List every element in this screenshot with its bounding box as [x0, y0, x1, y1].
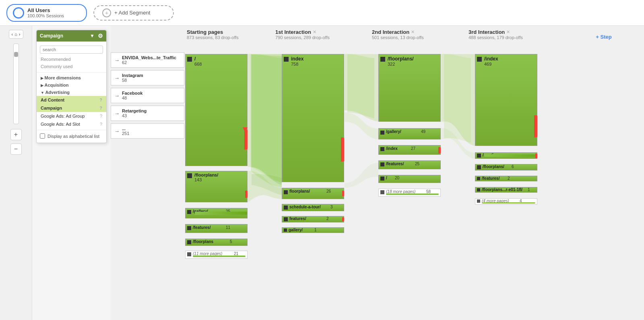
campaign-count-facebook: 48 — [122, 96, 142, 100]
campaign-item-other[interactable]: → ... 251 — [111, 123, 184, 139]
col3-node-floorplan-detail[interactable]: /floorplans...r-e01-1fl/ 1 — [475, 187, 537, 193]
campaign-name-retargeting: Retargeting — [122, 108, 147, 113]
col1-label-features: features/ — [289, 216, 306, 221]
col1-floorplans-dropoff — [342, 191, 344, 196]
col2-count-index: 27 — [411, 146, 415, 151]
col1-page-icon-2 — [284, 190, 288, 194]
add-step-button[interactable]: + Step — [596, 34, 611, 40]
more-dimensions-label[interactable]: More dimensions — [37, 74, 106, 81]
campaign-name-instagram: Instagram — [122, 73, 143, 78]
col3-node-more[interactable]: (4 more pages) 4 — [475, 198, 537, 205]
nav-arrows[interactable]: ‹ ⌂ › — [9, 30, 23, 39]
col2-close-icon[interactable]: ✕ — [411, 29, 415, 35]
col1-page-icon-3 — [284, 206, 288, 210]
col3-node-features[interactable]: /features/ 2 — [475, 176, 537, 181]
help-icon[interactable]: ? — [99, 98, 102, 102]
col2-node-slash[interactable]: / 20 — [378, 175, 441, 183]
menu-item-google-ads-slot[interactable]: Google Ads: Ad Slot ? — [37, 120, 106, 128]
add-segment-label: + Add Segment — [114, 10, 150, 16]
col2-label-slash: / — [386, 176, 387, 180]
col1-node-schedule[interactable]: schedule-a-tour/ 3 — [282, 204, 344, 211]
dropoff-bar-slash — [244, 129, 248, 150]
content-area: Campaign ▼ ⚙ Recommended Commonly used M… — [32, 26, 644, 320]
col1-count-gallery: 1 — [314, 228, 317, 232]
campaign-item-retargeting[interactable]: → Retargeting 43 — [111, 106, 184, 121]
col2-node-features[interactable]: /features/ 25 — [378, 160, 441, 169]
help-icon-4[interactable]: ? — [100, 122, 102, 127]
col3-count-features: 2 — [508, 176, 510, 181]
col0-label-features: /features/ — [193, 225, 211, 230]
campaign-arrow-icon-3: → — [114, 93, 120, 99]
col-header-0: Starting pages 873 sessions, 83 drop-off… — [185, 26, 274, 48]
help-icon-3[interactable]: ? — [100, 114, 102, 118]
col0-node-features[interactable]: /features/ 11 — [185, 224, 248, 233]
col1-page-icon-4 — [284, 217, 288, 221]
col0-node-gallery[interactable]: /gallery/ 25 — [185, 208, 248, 218]
col2-label-features: /features/ — [386, 162, 404, 166]
dropdown-search-input[interactable] — [40, 46, 103, 54]
col1-node-floorplans[interactable]: floorplans/ 26 — [282, 188, 344, 199]
col2-node-index[interactable]: /index 27 — [378, 145, 441, 155]
col0-node-floorplans2[interactable]: /floorplans 5 — [185, 239, 248, 246]
col3-label-features: /features/ — [482, 176, 500, 181]
help-icon-2[interactable]: ? — [99, 106, 102, 110]
col2-label-index: /index — [386, 146, 398, 151]
acquisition-label[interactable]: Acquisition — [37, 81, 106, 89]
alphabetical-checkbox[interactable] — [40, 133, 45, 139]
campaign-count-envida: 62 — [122, 60, 176, 65]
segment-all-users[interactable]: All Users 100.00% Sessions — [6, 4, 87, 22]
col3-node-slash[interactable]: / 6 — [475, 152, 537, 159]
add-segment-button[interactable]: + + Add Segment — [93, 5, 174, 21]
col0-count-slash: 668 — [194, 62, 202, 66]
zoom-in-button[interactable]: + — [10, 129, 22, 140]
home-icon: ⌂ — [14, 32, 17, 37]
segment-circle — [13, 7, 24, 19]
col3-count-index: 469 — [484, 62, 491, 66]
campaign-item-instagram[interactable]: → Instagram 58 — [111, 70, 184, 85]
col3-count-floorplans: 6 — [512, 164, 514, 169]
campaign-arrow-icon: → — [114, 57, 120, 63]
gear-icon[interactable]: ⚙ — [98, 33, 103, 39]
col3-close-icon[interactable]: ✕ — [506, 29, 510, 35]
col0-node-more[interactable]: (11 more pages) 21 — [185, 251, 248, 259]
menu-item-campaign[interactable]: Campaign ? — [37, 104, 106, 112]
col-sub-1: 790 sessions, 289 drop-offs — [275, 35, 369, 40]
col2-label-gallery: /gallery/ — [386, 129, 401, 134]
col0-node-slash[interactable]: / 668 — [185, 54, 248, 166]
campaign-name-other: ... — [122, 126, 129, 131]
more-bar-col2 — [386, 193, 439, 195]
menu-item-ad-content[interactable]: Ad Content ? — [37, 96, 106, 104]
flow-canvas: / 668 /floorplans/ 143 /g — [185, 50, 644, 320]
col1-page-icon — [284, 57, 289, 62]
col1-close-icon[interactable]: ✕ — [313, 29, 316, 35]
col1-label-floorplans: floorplans/ — [289, 189, 310, 193]
col1-node-features[interactable]: features/ 2 — [282, 216, 344, 222]
campaign-item-facebook[interactable]: → Facebook 48 — [111, 88, 184, 103]
col3-node-floorplans[interactable]: /floorplans/ 6 — [475, 164, 537, 170]
left-zoom-panel: ‹ ⌂ › + − — [0, 26, 32, 320]
menu-item-google-ads-group[interactable]: Google Ads: Ad Group ? — [37, 112, 106, 120]
campaign-arrow-icon-4: → — [114, 110, 120, 116]
col2-page-icon-6 — [380, 190, 384, 194]
col3-node-index[interactable]: /index 469 — [475, 54, 537, 146]
col2-count-slash: 20 — [395, 176, 399, 180]
col2-count-features: 25 — [415, 162, 419, 166]
col1-node-index[interactable]: index 758 — [282, 54, 344, 182]
advertising-label[interactable]: Advertising — [37, 89, 106, 96]
col0-node-floorplans[interactable]: /floorplans/ 143 — [185, 171, 248, 202]
col2-node-more[interactable]: (18 more pages) 58 — [378, 189, 441, 197]
alphabetical-label: Display as alphabetical list — [47, 134, 99, 139]
dropdown-header[interactable]: Campaign ▼ ⚙ — [37, 30, 106, 42]
col2-node-gallery[interactable]: /gallery/ 49 — [378, 128, 441, 139]
node-page-icon-6 — [187, 252, 191, 256]
col3-label-floorplans: /floorplans/ — [483, 164, 504, 169]
col3-count-floorplan-detail: 1 — [528, 187, 530, 192]
campaign-item-envida[interactable]: → ENVIDA_Webs...te_Traffic 62 — [111, 52, 184, 68]
campaign-arrow-icon-5: → — [114, 128, 120, 134]
zoom-out-button[interactable]: − — [10, 143, 22, 155]
col1-node-gallery[interactable]: gallery/ 1 — [282, 227, 344, 233]
col2-node-floorplans[interactable]: /floorplans/ 322 — [378, 54, 441, 122]
col0-count-features: 11 — [226, 225, 230, 230]
col-header-1: 1st Interaction ✕ 790 sessions, 289 drop… — [274, 26, 370, 48]
dropdown-arrow-icon: ▼ — [90, 33, 95, 39]
